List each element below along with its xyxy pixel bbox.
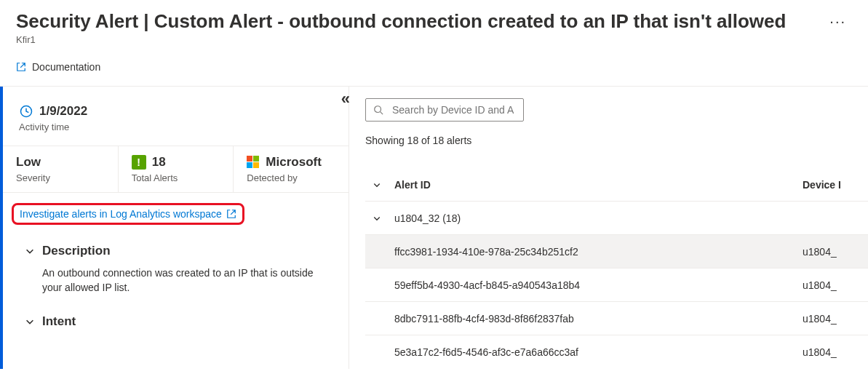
page-header: Security Alert | Custom Alert - outbound…: [0, 0, 868, 86]
column-device[interactable]: Device I: [803, 170, 868, 199]
chevron-down-icon[interactable]: [373, 180, 381, 189]
details-pane: « 1/9/2022 Activity time Low Severity ! …: [0, 87, 349, 369]
svg-point-1: [375, 106, 381, 113]
severity-label: Severity: [16, 172, 105, 183]
microsoft-logo-icon: [247, 156, 260, 169]
intent-toggle[interactable]: Intent: [25, 314, 333, 329]
intent-heading: Intent: [42, 314, 76, 329]
table-row[interactable]: 8dbc7911-88fb-4cf4-983d-8f86f2837fab u18…: [365, 302, 868, 335]
documentation-link[interactable]: Documentation: [32, 61, 100, 73]
cell-alert-id: 5e3a17c2-f6d5-4546-af3c-e7a6a66cc3af: [394, 338, 803, 367]
table-header-row: Alert ID Device I: [365, 168, 868, 202]
chevron-down-icon: [25, 246, 35, 256]
clock-icon: [19, 104, 33, 119]
collapse-pane-button[interactable]: «: [341, 91, 350, 107]
warning-icon: !: [132, 155, 146, 170]
table-row[interactable]: 59eff5b4-4930-4acf-b845-a940543a18b4 u18…: [365, 268, 868, 302]
cell-device: u1804_: [803, 237, 868, 266]
cell-alert-id: 59eff5b4-4930-4acf-b845-a940543a18b4: [394, 271, 803, 300]
alerts-pane: Showing 18 of 18 alerts Alert ID Device …: [349, 87, 868, 369]
table-row[interactable]: 5e3a17c2-f6d5-4546-af3c-e7a6a66cc3af u18…: [365, 335, 868, 369]
alerts-table: Alert ID Device I u1804_32 (18) ffcc3981…: [365, 168, 868, 369]
detected-by-label: Detected by: [247, 172, 335, 183]
cell-device: u1804_: [803, 271, 868, 300]
total-alerts-label: Total Alerts: [132, 172, 220, 183]
search-icon: [373, 104, 383, 116]
description-heading: Description: [42, 244, 111, 258]
table-group-row[interactable]: u1804_32 (18): [365, 202, 868, 235]
chevron-down-icon: [25, 317, 35, 327]
search-input[interactable]: [391, 103, 516, 116]
activity-time-value: 1/9/2022: [39, 104, 87, 119]
investigate-alerts-link[interactable]: Investigate alerts in Log Analytics work…: [12, 203, 244, 225]
detected-by-metric: Microsoft Detected by: [234, 146, 349, 192]
overflow-menu-button[interactable]: ···: [824, 10, 852, 33]
search-field[interactable]: [365, 98, 524, 122]
table-group-label: u1804_32 (18): [394, 204, 803, 233]
severity-metric: Low Severity: [3, 146, 119, 192]
description-body: An outbound connection was created to an…: [25, 266, 333, 295]
description-toggle[interactable]: Description: [25, 244, 333, 258]
total-alerts-metric: ! 18 Total Alerts: [119, 146, 234, 192]
external-link-icon: [16, 62, 26, 72]
chevron-down-icon[interactable]: [373, 214, 381, 223]
cell-device: u1804_: [803, 304, 868, 333]
activity-time-label: Activity time: [19, 122, 333, 132]
cell-device: u1804_: [803, 338, 868, 367]
detected-by-value: Microsoft: [266, 155, 322, 170]
page-title: Security Alert | Custom Alert - outbound…: [16, 10, 786, 33]
scope-subtitle: Kfir1: [16, 34, 852, 45]
investigate-alerts-label: Investigate alerts in Log Analytics work…: [20, 208, 222, 220]
cell-alert-id: 8dbc7911-88fb-4cf4-983d-8f86f2837fab: [394, 304, 803, 333]
cell-alert-id: ffcc3981-1934-410e-978a-25c34b251cf2: [394, 237, 803, 266]
severity-value: Low: [16, 155, 105, 170]
external-link-icon: [226, 209, 236, 219]
total-alerts-value: 18: [152, 155, 166, 170]
table-row[interactable]: ffcc3981-1934-410e-978a-25c34b251cf2 u18…: [365, 235, 868, 268]
column-alert-id[interactable]: Alert ID: [394, 170, 803, 199]
showing-count: Showing 18 of 18 alerts: [365, 135, 868, 146]
